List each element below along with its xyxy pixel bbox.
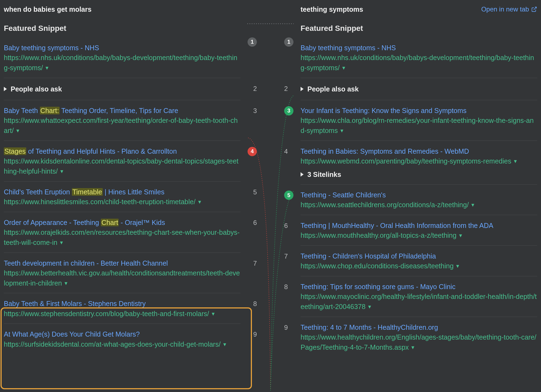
result-title[interactable]: Stages of Teething and Helpful Hints - P… [4, 146, 240, 156]
result-url[interactable]: https://www.orajelkids.com/en/resources/… [4, 228, 240, 246]
people-also-ask-label: People also ask [307, 84, 359, 94]
url-dropdown-icon[interactable]: ▼ [45, 64, 49, 72]
keyword-highlight: Chart: [40, 107, 60, 114]
keyword-highlight: Stages [4, 147, 26, 155]
result-title[interactable]: Teething - Seattle Children's [301, 190, 537, 200]
serp-column-right: teething symptoms Open in new tab Featur… [270, 0, 541, 392]
sitelinks-label: 3 Sitelinks [307, 170, 341, 179]
url-dropdown-icon[interactable]: ▼ [222, 341, 227, 348]
featured-result[interactable]: 1 Baby teething symptoms - NHS https://w… [4, 37, 240, 78]
search-result[interactable]: 4Teething in Babies: Symptoms and Remedi… [301, 141, 537, 184]
result-title[interactable]: Teething: 4 to 7 Months - HealthyChildre… [301, 322, 537, 332]
rank-badge: 5 [253, 188, 257, 197]
rank-badge: 9 [284, 323, 288, 332]
result-url[interactable]: https://www.betterhealth.vic.gov.au/heal… [4, 269, 240, 287]
search-result[interactable]: 6Order of Appearance - Teething Chart - … [4, 212, 240, 253]
people-also-ask-row[interactable]: 2 People also ask [4, 78, 240, 100]
rank-badge: 6 [284, 221, 288, 231]
url-dropdown-icon[interactable]: ▼ [410, 344, 415, 351]
result-title[interactable]: Teething - Children's Hospital of Philad… [301, 251, 537, 261]
result-url[interactable]: https://www.seattlechildrens.org/conditi… [301, 201, 469, 209]
featured-result[interactable]: 1 Baby teething symptoms - NHS https://w… [301, 37, 537, 78]
rank-badge: 8 [284, 282, 288, 292]
result-url[interactable]: https://www.nhs.uk/conditions/baby/babys… [301, 54, 534, 72]
result-title[interactable]: Child's Teeth Eruption Timetable | Hines… [4, 187, 240, 197]
url-dropdown-icon[interactable]: ▼ [15, 127, 20, 134]
result-title[interactable]: Order of Appearance - Teething Chart - O… [4, 218, 240, 227]
search-result[interactable]: 6Teething | MouthHealthy - Oral Health I… [301, 215, 537, 245]
column-header: when do babies get molars [4, 3, 240, 18]
result-url[interactable]: https://www.hineslittlesmiles.com/child-… [4, 198, 196, 206]
url-dropdown-icon[interactable]: ▼ [458, 232, 463, 239]
svg-line-0 [534, 7, 536, 10]
serp-column-left: when do babies get molars Featured Snipp… [0, 0, 270, 392]
url-dropdown-icon[interactable]: ▼ [471, 201, 475, 209]
result-title[interactable]: Your Infant is Teething: Know the Signs … [301, 106, 537, 115]
rank-badge: 1 [248, 37, 257, 47]
search-result[interactable]: 5Teething - Seattle Children'shttps://ww… [301, 184, 537, 215]
result-url[interactable]: https://www.chla.org/blog/rn-remedies/yo… [301, 117, 534, 134]
featured-snippet-label: Featured Snippet [301, 18, 537, 37]
url-dropdown-icon[interactable]: ▼ [455, 263, 460, 270]
search-result[interactable]: 7Teeth development in children - Better … [4, 253, 240, 293]
url-dropdown-icon[interactable]: ▼ [59, 168, 64, 175]
url-dropdown-icon[interactable]: ▼ [211, 310, 216, 317]
result-title[interactable]: Baby teething symptoms - NHS [4, 43, 240, 53]
result-title[interactable]: Baby teething symptoms - NHS [301, 43, 537, 53]
rank-badge: 8 [253, 299, 257, 309]
people-also-ask-row[interactable]: 2 People also ask [301, 78, 537, 100]
rank-badge: 1 [284, 37, 293, 47]
url-dropdown-icon[interactable]: ▼ [513, 158, 518, 165]
column-header: teething symptoms Open in new tab [301, 3, 537, 18]
rank-badge: 9 [253, 330, 257, 339]
expand-icon [301, 172, 304, 177]
result-title[interactable]: Baby Teeth Chart: Teething Order, Timeli… [4, 106, 240, 115]
result-title[interactable]: Baby Teeth & First Molars - Stephens Den… [4, 299, 240, 308]
result-url[interactable]: https://www.healthychildren.org/English/… [301, 333, 536, 351]
rank-badge: 7 [284, 252, 288, 261]
result-url[interactable]: https://surfsidekidsdental.com/at-what-a… [4, 340, 220, 348]
result-url[interactable]: https://www.chop.edu/conditions-diseases… [301, 262, 454, 270]
rank-badge: 4 [284, 147, 288, 156]
result-url[interactable]: https://www.mayoclinic.org/healthy-lifes… [301, 293, 537, 310]
search-result[interactable]: 3Baby Teeth Chart: Teething Order, Timel… [4, 100, 240, 141]
result-url[interactable]: https://www.mouthhealthy.org/all-topics-… [301, 231, 457, 239]
result-url[interactable]: https://www.stephensdentistry.com/blog/b… [4, 310, 209, 317]
result-title[interactable]: Teething | MouthHealthy - Oral Health In… [301, 221, 537, 230]
search-result[interactable]: 5Child's Teeth Eruption Timetable | Hine… [4, 181, 240, 212]
rank-badge: 3 [284, 106, 293, 115]
result-title[interactable]: Teething: Tips for soothing sore gums - … [301, 282, 537, 292]
result-title[interactable]: Teething in Babies: Symptoms and Remedie… [301, 146, 537, 156]
url-dropdown-icon[interactable]: ▼ [367, 303, 372, 310]
featured-snippet-label: Featured Snippet [4, 18, 240, 37]
search-result[interactable]: 4Stages of Teething and Helpful Hints - … [4, 141, 240, 181]
result-url[interactable]: https://www.kidsdentalonline.com/dental-… [4, 157, 239, 175]
rank-badge: 4 [248, 147, 257, 156]
result-url[interactable]: https://www.webmd.com/parenting/baby/tee… [301, 157, 511, 165]
search-result[interactable]: 9Teething: 4 to 7 Months - HealthyChildr… [301, 317, 537, 357]
search-result[interactable]: 8Teething: Tips for soothing sore gums -… [301, 276, 537, 317]
keyword-highlight: Timetable [72, 188, 103, 196]
sitelinks-toggle[interactable]: 3 Sitelinks [301, 166, 537, 179]
result-url[interactable]: https://www.nhs.uk/conditions/baby/babys… [4, 54, 237, 72]
search-result[interactable]: 9At What Age(s) Does Your Child Get Mola… [4, 323, 240, 354]
rank-badge: 5 [284, 191, 293, 200]
url-dropdown-icon[interactable]: ▼ [339, 127, 344, 134]
rank-badge: 6 [253, 218, 257, 228]
rank-badge: 7 [253, 259, 257, 268]
result-title[interactable]: Teeth development in children - Better H… [4, 258, 240, 268]
rank-badge: 2 [253, 84, 257, 94]
search-result[interactable]: 8Baby Teeth & First Molars - Stephens De… [4, 293, 240, 323]
expand-icon [4, 87, 7, 91]
search-result[interactable]: 3Your Infant is Teething: Know the Signs… [301, 100, 537, 141]
result-url[interactable]: https://www.whattoexpect.com/first-year/… [4, 117, 238, 134]
url-dropdown-icon[interactable]: ▼ [341, 64, 346, 72]
url-dropdown-icon[interactable]: ▼ [59, 239, 64, 246]
open-in-new-tab-link[interactable]: Open in new tab [481, 5, 537, 14]
keyword-highlight: Chart [101, 219, 119, 226]
url-dropdown-icon[interactable]: ▼ [197, 198, 202, 206]
url-dropdown-icon[interactable]: ▼ [64, 280, 69, 287]
search-query: teething symptoms [301, 4, 363, 14]
result-title[interactable]: At What Age(s) Does Your Child Get Molar… [4, 329, 240, 339]
search-result[interactable]: 7Teething - Children's Hospital of Phila… [301, 245, 537, 276]
